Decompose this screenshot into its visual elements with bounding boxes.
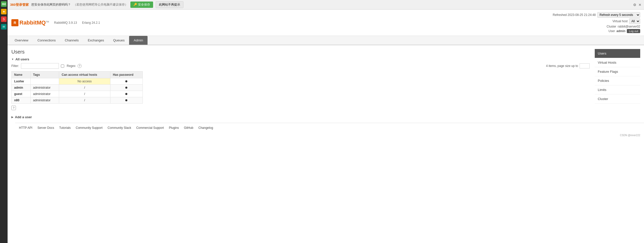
refreshed-label: Refreshed 2023-08-25 21:24:48 <box>553 13 596 17</box>
user-password-guest <box>110 91 142 97</box>
section-arrow-icon: ▼ <box>11 58 14 61</box>
filter-input[interactable] <box>21 63 59 69</box>
user-vhosts-admin: / <box>59 85 110 91</box>
left-sidebar: 360 ★ S ✉ <box>0 0 8 138</box>
footer-community-support[interactable]: Community Support <box>76 126 103 130</box>
table-row[interactable]: admin administrator / <box>12 85 143 91</box>
sidebar-item-cluster[interactable]: Cluster <box>595 94 640 104</box>
refresh-row: Refreshed 2023-08-25 21:24:48 Refresh ev… <box>553 12 640 18</box>
page-title: Users <box>11 49 590 55</box>
rmq-logo-icon: R <box>11 19 18 26</box>
save-prompt: 想安全保存此网页的密码吗？ <box>31 3 71 7</box>
filter-row: Filter: Regex ? 4 items, page size up to… <box>11 63 590 69</box>
sidebar-item-limits[interactable]: Limits <box>595 85 640 94</box>
add-user-label: Add a user <box>15 115 32 119</box>
vhost-row: Virtual host All <box>612 18 640 24</box>
user-password-admin <box>110 85 142 91</box>
add-user-header[interactable]: ▶ Add a user <box>11 115 590 119</box>
no-remind-button[interactable]: 此网站不再提示 <box>156 1 183 8</box>
col-password: Has password <box>110 71 142 78</box>
save-prompt-sub: （若您使用网吧等公共电脑不建议保存） <box>73 3 128 7</box>
items-info: 4 items, page size up to 100 <box>546 63 590 68</box>
tab-channels[interactable]: Channels <box>60 36 83 45</box>
cluster-row: Cluster rabbit@server02 <box>607 25 640 28</box>
items-count-label: 4 items, page size up to <box>546 64 578 68</box>
sidebar-item-users[interactable]: Users <box>595 49 640 58</box>
browser-password-bar: 360登录管家 想安全保存此网页的密码吗？ （若您使用网吧等公共电脑不建议保存）… <box>8 0 644 10</box>
sidebar-item-policies[interactable]: Policies <box>595 76 640 85</box>
sidebar-item-feature-flags[interactable]: Feature Flags <box>595 67 640 76</box>
user-password-n80 <box>110 97 142 104</box>
rmq-tm: TM <box>46 20 49 23</box>
table-row[interactable]: Luohw No access <box>12 78 143 85</box>
main-content: Users ▼ All users Filter: Regex ? 4 item… <box>11 49 590 119</box>
erlang-version: Erlang 24.2.1 <box>82 21 100 25</box>
sidebar-item-virtual-hosts[interactable]: Virtual Hosts <box>595 58 640 67</box>
tab-admin[interactable]: Admin <box>129 36 148 45</box>
footer-tutorials[interactable]: Tutorials <box>59 126 71 130</box>
content-area: Users ▼ All users Filter: Regex ? 4 item… <box>8 45 644 123</box>
users-table: Name Tags Can access virtual hosts Has p… <box>11 71 143 104</box>
logout-button[interactable]: Log out <box>627 29 640 33</box>
user-tags-admin: administrator <box>30 85 59 91</box>
footer-server-docs[interactable]: Server Docs <box>37 126 54 130</box>
table-help-icon[interactable]: ? <box>11 106 16 110</box>
regex-checkbox[interactable] <box>61 64 64 68</box>
footer-changelog[interactable]: Changelog <box>198 126 213 130</box>
sidebar-icon-star[interactable]: ★ <box>1 9 7 14</box>
rmq-logo-text: RabbitMQTM <box>19 19 49 26</box>
rmq-version: RabbitMQ 3.9.13 <box>54 21 77 25</box>
cluster-value: rabbit@server02 <box>618 25 640 28</box>
save-password-button[interactable]: 🔑 安全保存 <box>130 2 153 8</box>
footer-community-slack[interactable]: Community Slack <box>108 126 131 130</box>
tab-queues[interactable]: Queues <box>109 36 129 45</box>
nav-tabs: Overview Connections Channels Exchanges … <box>8 36 644 45</box>
right-sidebar: Users Virtual Hosts Feature Flags Polici… <box>595 49 640 119</box>
refresh-select[interactable]: Refresh every 5 seconds Refresh every 10… <box>597 12 640 18</box>
vhost-select[interactable]: All <box>629 18 640 24</box>
regex-help-icon[interactable]: ? <box>78 64 82 68</box>
user-tags-luohw <box>30 78 59 85</box>
page-size-input[interactable]: 100 <box>580 63 590 68</box>
close-icon[interactable]: ✕ <box>638 3 641 7</box>
user-label: User <box>609 29 615 33</box>
360-logo: 360登录管家 <box>10 3 29 7</box>
table-row[interactable]: n80 administrator / <box>12 97 143 104</box>
col-tags: Tags <box>30 71 59 78</box>
user-vhosts-guest: / <box>59 91 110 97</box>
sidebar-icon-mail[interactable]: ✉ <box>1 24 7 30</box>
col-vhosts: Can access virtual hosts <box>59 71 110 78</box>
filter-label: Filter: <box>11 64 19 68</box>
footer-http-api[interactable]: HTTP API <box>19 126 32 130</box>
user-name-luohw: Luohw <box>12 78 31 85</box>
all-users-section: ▼ All users Filter: Regex ? 4 items, pag… <box>11 57 590 110</box>
tab-exchanges[interactable]: Exchanges <box>83 36 108 45</box>
sidebar-icon-360[interactable]: 360 <box>1 1 7 7</box>
gear-icon[interactable]: ⚙ <box>633 3 636 7</box>
user-name-n80: n80 <box>12 97 31 104</box>
footer-commercial-support[interactable]: Commercial Support <box>136 126 164 130</box>
footer-github[interactable]: GitHub <box>184 126 193 130</box>
rmq-logo-rabbit: Rabbit <box>19 19 37 26</box>
section-header-label: All users <box>15 57 29 61</box>
tab-overview[interactable]: Overview <box>10 36 33 45</box>
user-row: User admin Log out <box>609 29 640 33</box>
sidebar-icon-sina[interactable]: S <box>1 16 7 22</box>
user-vhosts-n80: / <box>59 97 110 104</box>
header-right: Refreshed 2023-08-25 21:24:48 Refresh ev… <box>553 12 640 33</box>
table-row[interactable]: guest administrator / <box>12 91 143 97</box>
cluster-label: Cluster <box>607 25 616 28</box>
add-user-section: ▶ Add a user <box>11 115 590 119</box>
rmq-logo: R RabbitMQTM <box>11 19 49 26</box>
regex-label: Regex <box>67 64 76 68</box>
copyright: CSDN @inner222 <box>15 133 644 138</box>
col-name: Name <box>12 71 31 78</box>
user-value: admin <box>616 29 625 33</box>
footer-plugins[interactable]: Plugins <box>169 126 179 130</box>
vhost-label: Virtual host <box>612 19 628 23</box>
tab-connections[interactable]: Connections <box>33 36 60 45</box>
user-tags-n80: administrator <box>30 97 59 104</box>
section-header[interactable]: ▼ All users <box>11 57 590 61</box>
user-tags-guest: administrator <box>30 91 59 97</box>
rmq-header: R RabbitMQTM RabbitMQ 3.9.13 Erlang 24.2… <box>8 10 644 36</box>
